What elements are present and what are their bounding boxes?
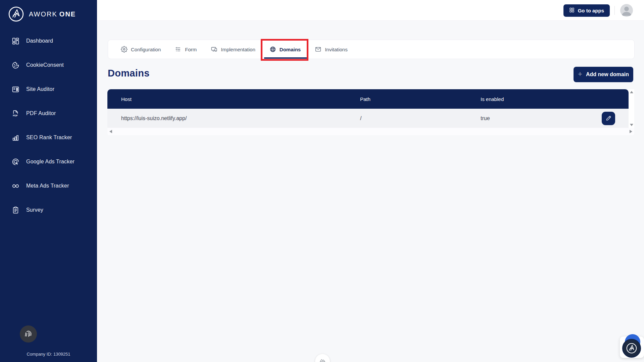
active-tab-underline [264, 57, 307, 59]
devices-icon [211, 46, 217, 53]
gear-icon [121, 46, 128, 53]
tab-label: Domains [280, 47, 301, 52]
click-cursor-icon [11, 158, 20, 166]
scroll-up-arrow[interactable] [630, 91, 633, 93]
topbar: Go to apps [97, 0, 644, 21]
tab-label: Implementation [221, 47, 255, 52]
domains-table-main: Host Path Is enabled https://luis-suizo.… [107, 89, 629, 128]
sidebar-item-label: Google Ads Tracker [26, 159, 75, 165]
sidebar-item-dashboard[interactable]: Dashboard [0, 29, 97, 53]
sidebar-item-meta-ads-tracker[interactable]: Meta Ads Tracker [0, 174, 97, 198]
sidebar-item-survey[interactable]: Survey [0, 198, 97, 222]
fingerprint-icon [24, 329, 33, 339]
add-new-domain-button[interactable]: + Add new domain [574, 67, 633, 82]
cell-path: / [359, 115, 481, 121]
corner-awork-badge[interactable] [622, 339, 641, 358]
add-new-domain-label: Add new domain [586, 71, 629, 77]
scroll-down-arrow[interactable] [630, 124, 633, 126]
sidebar-item-label: Site Auditor [26, 86, 54, 92]
cell-host: https://luis-suizo.netlify.app/ [107, 115, 359, 121]
sidebar-item-site-auditor[interactable]: Site Auditor [0, 77, 97, 101]
company-id: Company ID: 1309251 [0, 352, 97, 357]
scroll-left-arrow[interactable] [109, 130, 112, 133]
topbar-divider [614, 6, 615, 15]
globe-icon [269, 46, 276, 53]
tab-invitations[interactable]: Invitations [315, 40, 348, 59]
sidebar-item-label: SEO Rank Tracker [26, 135, 72, 141]
plus-icon: + [578, 70, 582, 78]
pdf-file-icon: PDF [11, 109, 20, 118]
tab-configuration[interactable]: Configuration [121, 40, 161, 59]
column-header-path: Path [359, 96, 481, 102]
apps-grid-icon [569, 7, 575, 14]
tab-domains[interactable]: Domains [269, 40, 301, 59]
table-header-row: Host Path Is enabled [107, 89, 629, 109]
sidebar-item-label: Meta Ads Tracker [26, 183, 69, 189]
brand-name: AWORKONE [29, 10, 76, 18]
vertical-scrollbar[interactable] [629, 89, 634, 128]
tab-label: Invitations [325, 47, 348, 52]
sidebar-item-google-ads-tracker[interactable]: Google Ads Tracker [0, 150, 97, 174]
horizontal-scrollbar[interactable] [107, 128, 634, 135]
go-to-apps-button[interactable]: Go to apps [563, 4, 610, 17]
scroll-right-arrow[interactable] [630, 130, 632, 133]
domains-table: Host Path Is enabled https://luis-suizo.… [107, 89, 634, 135]
tab-label: Form [185, 47, 197, 52]
cookie-icon [11, 61, 20, 69]
tab-label: Configuration [131, 47, 161, 52]
tab-implementation[interactable]: Implementation [211, 40, 255, 59]
tabs-bar: Configuration Form Implementation Domain… [108, 40, 635, 59]
go-to-apps-label: Go to apps [578, 8, 604, 13]
pencil-icon [605, 114, 612, 122]
fingerprint-button[interactable] [20, 325, 37, 343]
checklist-icon [175, 46, 182, 53]
floating-mountain-bubble[interactable] [315, 354, 330, 362]
sidebar-item-label: PDF Auditor [26, 110, 56, 116]
dashboard-icon [11, 37, 20, 45]
bar-chart-icon [11, 134, 20, 142]
sidebar-item-cookieconsent[interactable]: CookieConsent [0, 53, 97, 77]
clipboard-icon [11, 206, 20, 214]
sidebar-item-label: CookieConsent [26, 62, 64, 68]
edit-domain-button[interactable] [602, 112, 615, 125]
envelope-icon [315, 46, 321, 53]
sidebar-item-label: Survey [26, 207, 43, 213]
app-root: AWORKONE Dashboard CookieConsent Site Au… [0, 0, 644, 362]
meta-infinity-icon [11, 182, 20, 190]
person-icon [620, 4, 633, 17]
awork-logo-icon [626, 342, 638, 354]
sidebar-menu: Dashboard CookieConsent Site Auditor PDF… [0, 29, 97, 222]
sidebar-item-seo-rank-tracker[interactable]: SEO Rank Tracker [0, 125, 97, 150]
avatar[interactable] [620, 4, 633, 17]
page-title: Domains [108, 68, 150, 79]
sidebar: AWORKONE Dashboard CookieConsent Site Au… [0, 0, 97, 362]
table-row[interactable]: https://luis-suizo.netlify.app/ / true [107, 109, 629, 128]
brand: AWORKONE [8, 6, 76, 22]
column-header-host: Host [107, 96, 359, 102]
sidebar-item-label: Dashboard [26, 38, 53, 44]
svg-text:PDF: PDF [13, 114, 18, 117]
awork-logo-icon [8, 6, 24, 22]
tab-form[interactable]: Form [175, 40, 197, 59]
mountains-icon [319, 356, 326, 362]
sidebar-item-pdf-auditor[interactable]: PDF PDF Auditor [0, 101, 97, 125]
column-header-is-enabled: Is enabled [481, 96, 629, 102]
site-auditor-icon [11, 85, 20, 94]
